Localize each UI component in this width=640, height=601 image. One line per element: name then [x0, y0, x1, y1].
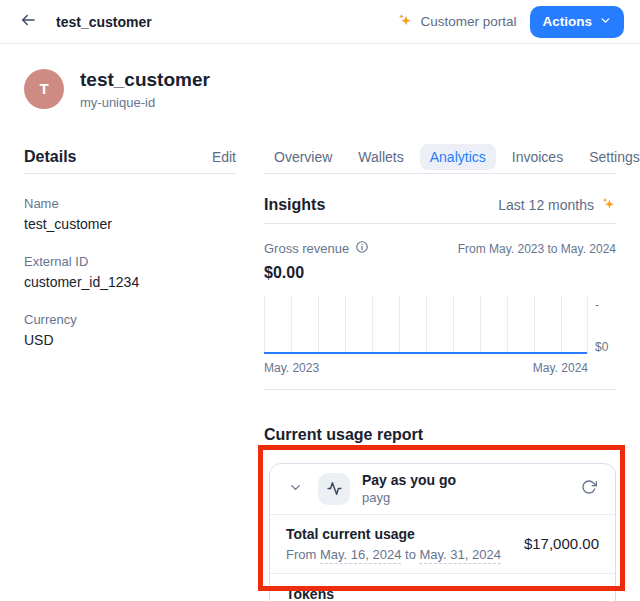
customer-external-id: my-unique-id [80, 95, 210, 110]
plan-row[interactable]: Pay as you go payg [270, 464, 615, 514]
tab-overview[interactable]: Overview [264, 144, 342, 170]
usage-report-card: Pay as you go payg Total current usage [269, 463, 616, 601]
pulse-icon [318, 473, 350, 505]
chevron-down-icon [288, 480, 303, 498]
chart-zero-line [264, 352, 587, 354]
back-button[interactable] [16, 10, 40, 34]
detail-field-name: Name test_customer [24, 196, 236, 232]
customer-portal-label: Customer portal [420, 14, 516, 29]
range-label: Last 12 months [498, 197, 594, 213]
date-range-selector[interactable]: Last 12 months [498, 196, 616, 214]
period-to-word: to [405, 547, 416, 562]
plan-name: Pay as you go [362, 472, 456, 488]
collapse-toggle[interactable] [284, 478, 306, 500]
metric-left: Gross revenue $0.00 [264, 240, 369, 282]
gross-revenue-chart: - $0 [264, 296, 616, 354]
details-heading: Details [24, 148, 76, 166]
topbar-title: test_customer [56, 14, 152, 30]
chart-plot-area [264, 296, 588, 354]
tab-invoices[interactable]: Invoices [502, 144, 573, 170]
tab-bar: Overview Wallets Analytics Invoices Sett… [264, 144, 616, 174]
tab-wallets[interactable]: Wallets [348, 144, 413, 170]
usage-period: From May. 16, 2024 to May. 31, 2024 [286, 547, 501, 562]
field-value: USD [24, 332, 236, 348]
field-value: customer_id_1234 [24, 274, 236, 290]
customer-name: test_customer [80, 68, 210, 92]
insights-header: Insights Last 12 months [264, 188, 616, 224]
total-usage-row: Total current usage From May. 16, 2024 t… [270, 515, 615, 573]
sparkle-icon [397, 12, 413, 31]
actions-button[interactable]: Actions [530, 6, 624, 38]
tab-settings[interactable]: Settings [579, 144, 640, 170]
chart-y-axis: - $0 [588, 296, 616, 354]
edit-details-button[interactable]: Edit [212, 149, 236, 165]
refresh-button[interactable] [577, 477, 601, 501]
gross-revenue-label: Gross revenue [264, 241, 349, 256]
period-from-word: From [286, 547, 316, 562]
chart-period-label: From May. 2023 to May. 2024 [458, 240, 616, 282]
main-panel: Overview Wallets Analytics Invoices Sett… [264, 144, 616, 601]
section-divider [264, 389, 616, 390]
plan-info: Pay as you go payg [362, 472, 456, 505]
usage-item-row[interactable]: Tokens openai_tokens [270, 574, 615, 601]
usage-item-name: Tokens [286, 586, 599, 601]
detail-field-currency: Currency USD [24, 312, 236, 348]
plan-code: payg [362, 490, 456, 505]
topbar: test_customer Customer portal Actions [0, 0, 640, 44]
refresh-icon [581, 479, 597, 498]
field-label: External ID [24, 254, 236, 269]
page-content: T test_customer my-unique-id Details Edi… [0, 68, 640, 601]
arrow-left-icon [19, 11, 37, 32]
gross-revenue-block: Gross revenue $0.00 From May. 2023 to Ma… [264, 240, 616, 282]
usage-report-heading: Current usage report [264, 426, 616, 444]
customer-portal-link[interactable]: Customer portal [397, 12, 516, 31]
y-tick-zero: $0 [595, 340, 616, 354]
insights-heading: Insights [264, 196, 325, 214]
info-icon[interactable] [355, 240, 369, 257]
total-usage-label: Total current usage [286, 526, 501, 542]
customer-identity: test_customer my-unique-id [80, 68, 210, 110]
gross-revenue-value: $0.00 [264, 264, 369, 282]
total-usage-left: Total current usage From May. 16, 2024 t… [286, 526, 501, 562]
x-tick-start: May. 2023 [264, 361, 319, 375]
total-usage-amount: $17,000.00 [524, 535, 599, 552]
x-tick-end: May. 2024 [533, 361, 588, 375]
period-end-date[interactable]: May. 31, 2024 [419, 547, 500, 564]
chart-x-axis: May. 2023 May. 2024 [264, 361, 588, 375]
details-panel: Details Edit Name test_customer External… [24, 144, 236, 601]
field-label: Currency [24, 312, 236, 327]
detail-field-external-id: External ID customer_id_1234 [24, 254, 236, 290]
y-tick-top: - [595, 298, 616, 312]
field-value: test_customer [24, 216, 236, 232]
period-start-date[interactable]: May. 16, 2024 [320, 547, 401, 564]
field-label: Name [24, 196, 236, 211]
chevron-down-icon [599, 14, 612, 30]
sparkle-icon [601, 196, 616, 214]
actions-label: Actions [542, 14, 592, 29]
tab-analytics[interactable]: Analytics [420, 144, 496, 170]
avatar: T [24, 69, 64, 109]
customer-header: T test_customer my-unique-id [24, 68, 616, 110]
